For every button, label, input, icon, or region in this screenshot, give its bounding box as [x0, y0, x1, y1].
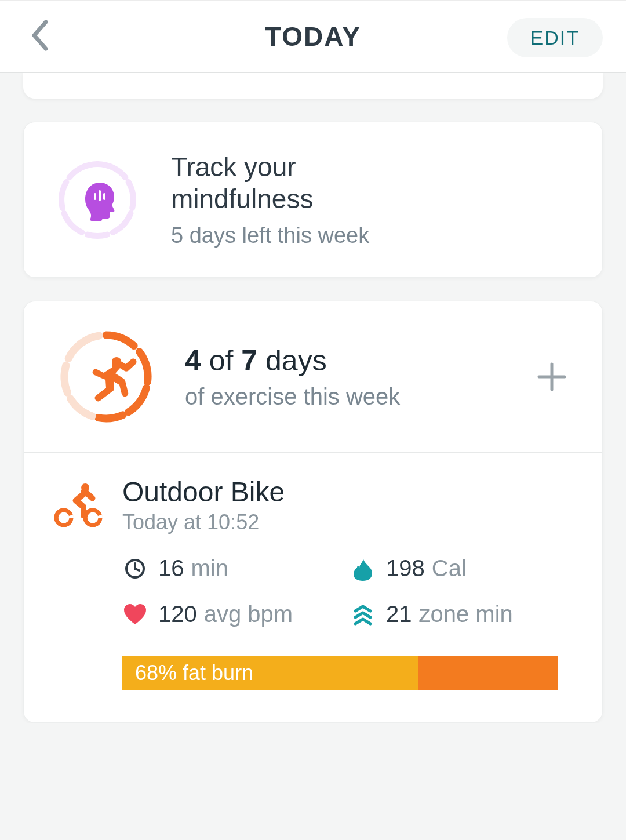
header-bar: TODAY EDIT — [0, 0, 626, 73]
mindfulness-card[interactable]: Track your mindfulness 5 days left this … — [23, 122, 603, 278]
zone-fat-burn-segment: 68% fat burn — [122, 656, 418, 690]
add-exercise-button[interactable] — [532, 357, 572, 397]
metric-duration: 16 min — [122, 555, 344, 581]
clock-icon — [122, 556, 148, 581]
svg-line-13 — [135, 569, 139, 570]
bpm-value: 120 — [158, 601, 197, 627]
bpm-unit: avg bpm — [204, 601, 293, 627]
exercise-title: 4 of 7 days — [185, 344, 400, 378]
mindfulness-subtitle: 5 days left this week — [171, 223, 369, 248]
content-scroll[interactable]: Track your mindfulness 5 days left this … — [0, 73, 626, 723]
back-button[interactable] — [22, 18, 57, 53]
duration-value: 16 — [158, 555, 184, 581]
mindfulness-title: Track your mindfulness — [171, 151, 369, 215]
mindfulness-text: Track your mindfulness 5 days left this … — [171, 151, 369, 248]
metric-calories: 198 Cal — [350, 555, 572, 581]
edit-button-label: EDIT — [530, 27, 580, 49]
mindfulness-title-line2: mindfulness — [171, 184, 313, 214]
zone-min-unit: zone min — [419, 601, 513, 627]
mindfulness-progress-ring — [53, 155, 142, 245]
activity-name: Outdoor Bike — [122, 476, 285, 508]
activity-metrics: 16 min 198 Cal 120 avg bpm — [122, 555, 572, 627]
exercise-total-count: 7 — [241, 344, 257, 377]
activity-header: Outdoor Bike Today at 10:52 — [54, 476, 572, 534]
zone-min-value: 21 — [386, 601, 412, 627]
heart-icon — [122, 602, 148, 627]
exercise-card: 4 of 7 days of exercise this week — [23, 301, 603, 723]
zone-cardio-segment — [418, 656, 558, 690]
exercise-summary-row[interactable]: 4 of 7 days of exercise this week — [24, 301, 602, 453]
exercise-subtitle: of exercise this week — [185, 384, 400, 410]
exercise-done-count: 4 — [185, 344, 201, 377]
zone-chevrons-icon — [350, 602, 376, 627]
metric-zone-minutes: 21 zone min — [350, 601, 572, 627]
mindfulness-title-line1: Track your — [171, 152, 296, 182]
metric-bpm: 120 avg bpm — [122, 601, 344, 627]
mindfulness-head-icon — [85, 183, 114, 221]
page-title: TODAY — [265, 21, 361, 52]
exercise-days-label: days — [265, 344, 327, 377]
runner-icon — [93, 357, 137, 401]
exercise-text: 4 of 7 days of exercise this week — [185, 344, 400, 410]
heart-rate-zone-bar: 68% fat burn — [122, 656, 558, 690]
zone-fat-burn-label: 68% fat burn — [135, 661, 253, 685]
activity-row[interactable]: Outdoor Bike Today at 10:52 16 min 198 — [24, 453, 602, 722]
chevron-left-icon — [30, 20, 49, 51]
activity-timestamp: Today at 10:52 — [122, 510, 285, 534]
calories-unit: Cal — [432, 555, 467, 581]
previous-card-edge[interactable] — [23, 73, 603, 99]
duration-unit: min — [191, 555, 228, 581]
calories-value: 198 — [386, 555, 425, 581]
flame-icon — [350, 556, 376, 581]
bike-icon — [54, 482, 106, 529]
plus-icon — [536, 361, 568, 393]
exercise-progress-ring — [54, 325, 158, 429]
edit-button[interactable]: EDIT — [507, 18, 603, 57]
